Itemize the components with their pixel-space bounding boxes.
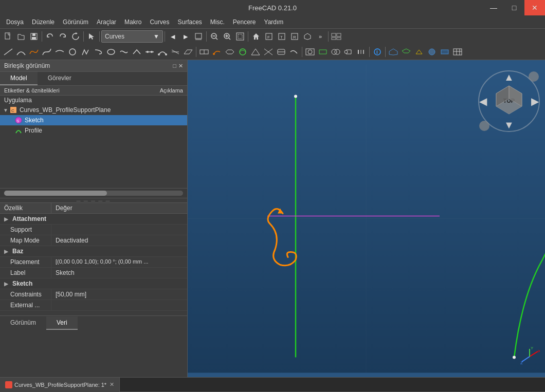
profile-label: Profile — [25, 127, 42, 134]
tb-redo[interactable] — [57, 30, 69, 43]
tb-select[interactable] — [85, 30, 98, 43]
h-scrollbar[interactable] — [0, 188, 187, 198]
tb-curve9[interactable] — [131, 46, 143, 58]
tb-curve1[interactable] — [28, 46, 40, 58]
tb-curve10[interactable] — [143, 46, 156, 58]
tb-view-fwd[interactable]: ▶ — [179, 30, 192, 43]
panel-close-icon[interactable]: ✕ — [178, 63, 183, 69]
tb-zoom-fit[interactable] — [234, 30, 246, 43]
tb-s5[interactable] — [249, 46, 262, 58]
workbench-dropdown[interactable]: Curves ▼ — [101, 30, 163, 43]
resize-handle[interactable] — [0, 198, 187, 202]
tb-s9[interactable] — [304, 46, 316, 58]
svg-point-26 — [69, 49, 76, 55]
tb-s3[interactable] — [224, 46, 236, 58]
tb-refresh[interactable] — [69, 30, 82, 43]
menu-duzenle[interactable]: Düzenle — [28, 17, 59, 27]
menu-gorunum[interactable]: Görünüm — [59, 17, 93, 27]
tb-curve5[interactable] — [79, 46, 92, 58]
tb-s6[interactable] — [262, 46, 275, 58]
menu-yardim[interactable]: Yardım — [260, 17, 288, 27]
tb-view-front[interactable]: F — [263, 30, 275, 43]
tb-view-sync[interactable] — [192, 30, 205, 43]
sketch-expand[interactable]: ▶ — [4, 281, 11, 287]
baz-expand[interactable]: ▶ — [4, 249, 11, 254]
nav-left-arrow[interactable]: ◀ — [479, 95, 487, 107]
close-button[interactable]: ✕ — [524, 0, 545, 15]
tb-zoom-in[interactable] — [221, 30, 233, 43]
attachment-expand[interactable]: ▶ — [4, 216, 11, 222]
tb-curve8[interactable] — [118, 46, 130, 58]
tb-zoom-out[interactable] — [208, 30, 221, 43]
tb-s8[interactable] — [288, 46, 300, 58]
tb-arc[interactable] — [15, 46, 27, 58]
tb-curve12[interactable] — [169, 46, 181, 58]
tb-save[interactable] — [28, 30, 40, 43]
menu-surfaces[interactable]: Surfaces — [173, 17, 206, 27]
doc-tab-close[interactable]: ✕ — [110, 381, 114, 388]
tb-grid[interactable] — [451, 46, 464, 58]
maximize-button[interactable]: □ — [504, 0, 524, 15]
tb-line[interactable] — [2, 46, 14, 58]
tb-p3[interactable] — [413, 46, 425, 58]
tb-p2[interactable] — [400, 46, 412, 58]
svg-point-30 — [151, 51, 153, 53]
tb-curve7[interactable] — [105, 46, 117, 58]
nav-right-arrow[interactable]: ▶ — [531, 95, 539, 107]
tb-curve3[interactable] — [53, 46, 66, 58]
menu-dosya[interactable]: Dosya — [2, 17, 28, 27]
nav-bottom-arrow[interactable]: ▼ — [504, 119, 514, 131]
doc-tab[interactable]: Curves_WB_ProfileSupportPlane : 1* ✕ — [0, 378, 120, 392]
tb-s10[interactable] — [317, 46, 329, 58]
svg-point-51 — [429, 49, 435, 55]
tb-s4[interactable] — [237, 46, 249, 58]
tb-s13[interactable] — [355, 46, 368, 58]
tb-view-back[interactable]: ◀ — [167, 30, 179, 43]
tb-curve11[interactable] — [156, 46, 169, 58]
menu-pencere[interactable]: Pencere — [229, 17, 260, 27]
tb-s12[interactable] — [342, 46, 355, 58]
tab-model[interactable]: Model — [0, 72, 38, 85]
tab-tasks[interactable]: Görevler — [38, 72, 82, 85]
minimize-button[interactable]: — — [483, 0, 504, 15]
menu-makro[interactable]: Makro — [120, 17, 146, 27]
tab-veri[interactable]: Veri — [46, 316, 78, 330]
tb-view-home[interactable] — [250, 30, 262, 43]
tb-view-iso[interactable] — [301, 30, 314, 43]
tb-curve4[interactable] — [66, 46, 79, 58]
tb-p1[interactable] — [387, 46, 399, 58]
nav-cube-center[interactable]: TOP — [491, 83, 527, 119]
tb-curve2[interactable] — [41, 46, 53, 58]
menu-curves[interactable]: Curves — [146, 17, 173, 27]
tb-extra1[interactable] — [330, 30, 342, 43]
tree-item-profile[interactable]: Profile — [0, 125, 187, 136]
tb-new[interactable] — [2, 30, 14, 43]
tb-view-right[interactable]: R — [288, 30, 301, 43]
tb-p5[interactable] — [439, 46, 451, 58]
tb-info[interactable]: i — [371, 46, 384, 58]
menu-misc[interactable]: Misc. — [206, 17, 229, 27]
placement-key: Placement — [0, 257, 51, 267]
tb-p4[interactable] — [426, 46, 438, 58]
tb-s2[interactable] — [211, 46, 223, 58]
tb-undo[interactable] — [44, 30, 56, 43]
tb-surface1[interactable] — [182, 46, 194, 58]
tb-curve6[interactable] — [92, 46, 104, 58]
scrollbar-thumb[interactable] — [4, 191, 107, 196]
tb-more[interactable]: » — [314, 30, 326, 43]
tree-item-sketch[interactable]: S Sketch — [0, 115, 187, 125]
tab-gorunum[interactable]: Görünüm — [0, 316, 46, 330]
nav-top-arrow[interactable]: ▲ — [504, 71, 514, 83]
tb-s11[interactable] — [330, 46, 342, 58]
nav-corner-bl[interactable] — [479, 121, 489, 131]
menu-araclar[interactable]: Araçlar — [93, 17, 120, 27]
tb-s1[interactable] — [198, 46, 210, 58]
tb-s7[interactable] — [275, 46, 287, 58]
svg-marker-37 — [251, 49, 260, 55]
tb-open[interactable] — [15, 30, 27, 43]
3d-viewport[interactable]: ▲ ▶ ▼ ◀ TOP — [188, 60, 545, 377]
tb-view-top[interactable]: T — [276, 30, 288, 43]
nav-corner-tr[interactable] — [529, 71, 539, 82]
panel-expand-icon[interactable]: □ — [173, 63, 176, 69]
tree-root-item[interactable]: ▼ C Curves_WB_ProfileSupportPlane — [0, 105, 187, 115]
